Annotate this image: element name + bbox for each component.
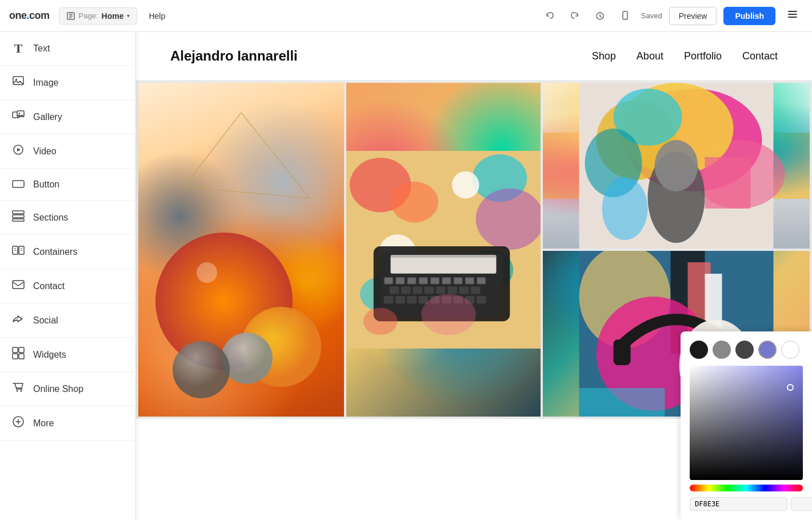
svg-point-61 bbox=[452, 171, 479, 199]
more-menu-button[interactable] bbox=[782, 6, 803, 25]
swatch-black[interactable] bbox=[690, 341, 708, 359]
svg-point-33 bbox=[21, 390, 22, 392]
svg-rect-77 bbox=[401, 286, 411, 294]
redo-icon bbox=[570, 11, 580, 21]
svg-rect-28 bbox=[13, 347, 18, 353]
nav-contact[interactable]: Contact bbox=[742, 50, 778, 62]
device-preview-button[interactable] bbox=[616, 7, 634, 25]
sections-icon bbox=[11, 210, 25, 225]
gallery-item-1[interactable] bbox=[138, 83, 344, 417]
svg-rect-99 bbox=[454, 278, 462, 284]
canvas-area: Alejandro Iannarelli Shop About Portfoli… bbox=[136, 32, 812, 520]
color-picker[interactable] bbox=[681, 331, 812, 520]
page-selector[interactable]: Page: Home ▾ bbox=[59, 7, 138, 25]
sidebar-label-widgets: Widgets bbox=[33, 350, 66, 360]
sidebar-label-button: Button bbox=[33, 179, 59, 190]
page-icon bbox=[66, 11, 75, 21]
color-r-input[interactable] bbox=[791, 497, 812, 511]
svg-rect-19 bbox=[13, 215, 24, 218]
svg-point-104 bbox=[421, 294, 475, 335]
sidebar-label-containers: Containers bbox=[33, 247, 77, 257]
sidebar-item-social[interactable]: Social bbox=[0, 303, 135, 338]
sidebar-label-gallery: Gallery bbox=[33, 112, 62, 122]
svg-point-32 bbox=[17, 390, 18, 392]
svg-rect-82 bbox=[459, 286, 469, 294]
sidebar-item-sections[interactable]: Sections bbox=[0, 201, 135, 235]
undo-button[interactable] bbox=[541, 7, 559, 25]
color-hex-input[interactable] bbox=[690, 497, 787, 511]
svg-point-6 bbox=[625, 18, 626, 19]
online-shop-icon bbox=[11, 381, 25, 397]
swatch-gray[interactable] bbox=[713, 341, 731, 359]
svg-point-44 bbox=[197, 262, 217, 283]
gallery-item-2[interactable] bbox=[543, 83, 810, 249]
gallery-item-3[interactable] bbox=[346, 83, 541, 417]
sidebar-item-widgets[interactable]: Widgets bbox=[0, 338, 135, 372]
color-swatches bbox=[690, 341, 803, 359]
contact-icon bbox=[11, 278, 25, 294]
svg-point-55 bbox=[602, 177, 648, 240]
logo: one.com bbox=[9, 10, 50, 22]
swatch-dark-gray[interactable] bbox=[735, 341, 754, 359]
help-link[interactable]: Help bbox=[149, 11, 165, 21]
sidebar-item-containers[interactable]: Containers bbox=[0, 235, 135, 269]
svg-rect-20 bbox=[13, 219, 24, 221]
history-button[interactable] bbox=[591, 7, 609, 25]
color-picker-dot[interactable] bbox=[787, 384, 794, 391]
nav-about[interactable]: About bbox=[637, 50, 663, 62]
svg-point-60 bbox=[391, 182, 439, 223]
sidebar: T Text Image Galler bbox=[0, 32, 136, 520]
svg-rect-86 bbox=[407, 296, 417, 303]
svg-rect-95 bbox=[407, 278, 415, 284]
publish-button[interactable]: Publish bbox=[723, 7, 775, 25]
svg-point-53 bbox=[655, 140, 698, 191]
chevron-down-icon: ▾ bbox=[127, 13, 130, 19]
svg-rect-83 bbox=[471, 286, 481, 294]
color-spectrum-bar[interactable] bbox=[690, 485, 803, 491]
svg-rect-81 bbox=[447, 286, 457, 294]
svg-marker-16 bbox=[17, 148, 21, 151]
sidebar-item-online-shop[interactable]: Online Shop bbox=[0, 372, 135, 406]
svg-rect-27 bbox=[13, 281, 24, 289]
svg-rect-78 bbox=[413, 286, 422, 294]
svg-rect-85 bbox=[395, 296, 405, 303]
history-icon bbox=[595, 11, 605, 21]
sidebar-item-image[interactable]: Image bbox=[0, 66, 135, 100]
sidebar-label-social: Social bbox=[33, 315, 58, 326]
svg-rect-103 bbox=[391, 255, 497, 258]
sidebar-label-online-shop: Online Shop bbox=[33, 384, 83, 394]
sidebar-label-more: More bbox=[33, 418, 54, 429]
svg-rect-18 bbox=[13, 211, 24, 214]
sidebar-item-contact[interactable]: Contact bbox=[0, 269, 135, 303]
svg-rect-29 bbox=[19, 347, 24, 353]
site-header: Alejandro Iannarelli Shop About Portfoli… bbox=[136, 32, 812, 81]
redo-button[interactable] bbox=[566, 7, 584, 25]
page-name: Home bbox=[102, 11, 124, 21]
svg-rect-79 bbox=[425, 286, 434, 294]
saved-status: Saved bbox=[641, 11, 662, 20]
sidebar-item-text[interactable]: T Text bbox=[0, 32, 135, 66]
main-layout: T Text Image Galler bbox=[0, 32, 812, 520]
color-inputs bbox=[690, 497, 803, 511]
sidebar-item-video[interactable]: Video bbox=[0, 134, 135, 169]
svg-rect-31 bbox=[19, 354, 24, 359]
color-gradient-picker[interactable] bbox=[690, 366, 803, 480]
sidebar-item-gallery[interactable]: Gallery bbox=[0, 100, 135, 134]
sidebar-item-more[interactable]: More bbox=[0, 406, 135, 441]
svg-rect-94 bbox=[396, 278, 404, 284]
svg-rect-101 bbox=[477, 278, 485, 284]
topbar: one.com Page: Home ▾ Help bbox=[0, 0, 812, 32]
swatch-purple-blue[interactable] bbox=[758, 341, 777, 359]
sidebar-label-sections: Sections bbox=[33, 213, 68, 223]
hamburger-icon bbox=[787, 9, 798, 20]
svg-line-38 bbox=[184, 113, 241, 187]
sidebar-label-text: Text bbox=[33, 43, 50, 54]
nav-portfolio[interactable]: Portfolio bbox=[684, 50, 722, 62]
sidebar-item-button[interactable]: Button bbox=[0, 169, 135, 201]
svg-rect-84 bbox=[384, 296, 394, 303]
svg-rect-76 bbox=[390, 286, 399, 294]
nav-shop[interactable]: Shop bbox=[592, 50, 616, 62]
svg-rect-17 bbox=[13, 181, 24, 187]
preview-button[interactable]: Preview bbox=[669, 7, 717, 25]
swatch-white[interactable] bbox=[781, 341, 799, 359]
